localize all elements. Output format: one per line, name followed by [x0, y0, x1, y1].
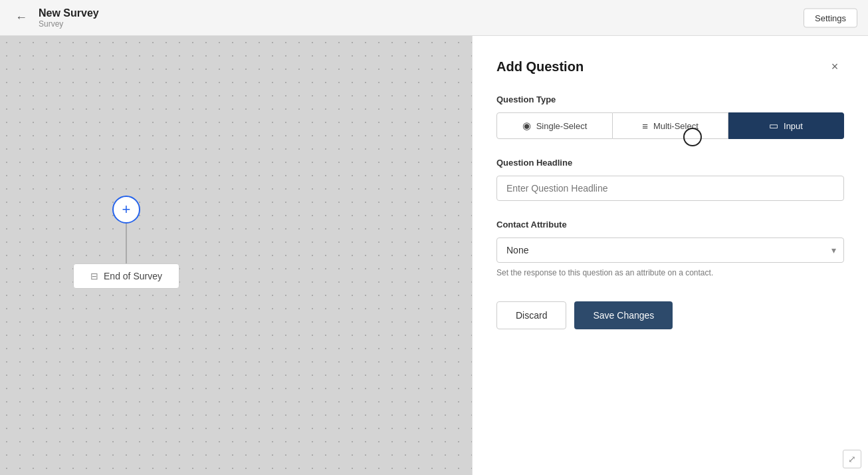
- expand-symbol: ⤢: [848, 454, 856, 464]
- question-type-selector: ◉ Single-Select ≡ Multi-Select ▭ Input: [496, 112, 844, 139]
- multi-select-icon: ≡: [642, 120, 648, 132]
- input-label: Input: [784, 121, 803, 131]
- connector-line: [126, 224, 127, 263]
- survey-title: New Survey: [39, 7, 99, 19]
- survey-canvas: + ⊟ End of Survey: [0, 36, 472, 475]
- single-select-button[interactable]: ◉ Single-Select: [496, 112, 613, 139]
- header-title-block: New Survey Survey: [39, 7, 99, 29]
- contact-attribute-label: Contact Attribute: [496, 220, 844, 230]
- question-type-label: Question Type: [496, 94, 844, 104]
- input-icon: ▭: [769, 120, 778, 132]
- action-buttons: Discard Save Changes: [496, 301, 844, 329]
- add-icon: +: [122, 201, 131, 218]
- contact-attribute-select[interactable]: None: [496, 238, 844, 263]
- add-question-panel: Add Question × Question Type ◉ Single-Se…: [472, 36, 868, 475]
- multi-select-button[interactable]: ≡ Multi-Select: [613, 112, 728, 139]
- multi-select-label: Multi-Select: [653, 121, 699, 131]
- question-headline-label: Question Headline: [496, 158, 844, 168]
- panel-header: Add Question ×: [496, 57, 844, 76]
- input-button[interactable]: ▭ Input: [728, 112, 844, 139]
- single-select-label: Single-Select: [536, 121, 588, 131]
- back-icon: ←: [15, 11, 27, 25]
- end-of-survey-label: End of Survey: [104, 271, 162, 281]
- question-headline-input[interactable]: [496, 176, 844, 201]
- expand-icon[interactable]: ⤢: [843, 450, 861, 468]
- end-of-survey-node[interactable]: ⊟ End of Survey: [73, 263, 179, 289]
- panel-title: Add Question: [496, 59, 584, 75]
- close-panel-button[interactable]: ×: [825, 57, 844, 76]
- add-node-button[interactable]: +: [112, 196, 140, 224]
- survey-subtitle: Survey: [39, 19, 99, 29]
- contact-attribute-hint: Set the response to this question as an …: [496, 268, 844, 277]
- back-button[interactable]: ←: [11, 7, 32, 29]
- discard-button[interactable]: Discard: [496, 301, 566, 329]
- settings-button[interactable]: Settings: [804, 8, 857, 27]
- contact-attribute-wrapper: None ▾: [496, 238, 844, 263]
- single-select-icon: ◉: [522, 120, 531, 132]
- app-header: ← New Survey Survey Settings: [0, 0, 868, 36]
- end-of-survey-icon: ⊟: [90, 271, 98, 281]
- add-node-container: + ⊟ End of Survey: [73, 196, 179, 289]
- save-changes-button[interactable]: Save Changes: [574, 301, 673, 329]
